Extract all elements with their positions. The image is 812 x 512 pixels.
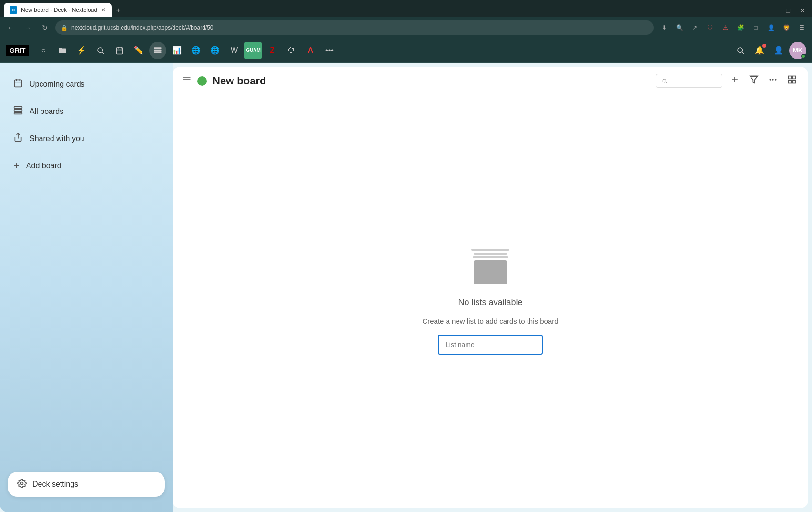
user-initials: MK bbox=[793, 47, 802, 54]
notifications-icon[interactable]: 🔔 bbox=[751, 42, 768, 59]
boards-icon bbox=[13, 105, 23, 117]
app-bar-right: 🔔 👤 MK bbox=[732, 42, 806, 59]
sidebar-icon[interactable]: □ bbox=[749, 21, 762, 34]
shared-with-you-label: Shared with you bbox=[30, 134, 84, 143]
tab-title: New board - Deck - Nextcloud bbox=[21, 7, 97, 13]
empty-state-description: Create a new list to add cards to this b… bbox=[422, 317, 558, 325]
new-tab-button[interactable]: + bbox=[112, 4, 125, 17]
more-options-button[interactable] bbox=[766, 73, 780, 89]
brave-icon[interactable]: 🦁 bbox=[780, 21, 793, 34]
list-name-input[interactable] bbox=[439, 336, 536, 353]
filter-button[interactable] bbox=[747, 73, 761, 89]
decoration-line-2 bbox=[474, 253, 507, 255]
ansible-icon[interactable]: A bbox=[302, 42, 319, 59]
active-tab[interactable]: D New board - Deck - Nextcloud ✕ bbox=[4, 3, 112, 17]
refresh-button[interactable]: ↻ bbox=[38, 21, 51, 34]
empty-board-illustration bbox=[474, 260, 507, 284]
tab-close-button[interactable]: ✕ bbox=[101, 7, 106, 13]
maximize-button[interactable]: □ bbox=[783, 6, 793, 15]
alert-icon[interactable]: ⚠ bbox=[719, 21, 732, 34]
deck-settings-button[interactable]: Deck settings bbox=[8, 472, 165, 497]
download-icon[interactable]: ⬇ bbox=[658, 21, 671, 34]
search-icon bbox=[662, 78, 668, 84]
sidebar: Upcoming cards All boards Shared with yo… bbox=[0, 63, 173, 512]
add-board-label: Add board bbox=[26, 162, 61, 170]
calendar-icon[interactable] bbox=[111, 42, 128, 59]
menu-icon[interactable]: ☰ bbox=[795, 21, 808, 34]
svg-line-24 bbox=[666, 82, 667, 83]
svg-rect-35 bbox=[789, 81, 792, 83]
maps-icon[interactable]: 🌐 bbox=[187, 42, 204, 59]
sidebar-item-shared-with-you[interactable]: Shared with you bbox=[0, 125, 173, 152]
svg-rect-15 bbox=[14, 107, 22, 109]
search-app-icon[interactable] bbox=[92, 42, 109, 59]
svg-rect-34 bbox=[793, 76, 796, 79]
decoration-line-3 bbox=[473, 256, 508, 258]
submit-list-button[interactable] bbox=[536, 336, 543, 354]
address-text: nextcloud.grit.ucsb.edu/index.php/apps/d… bbox=[71, 24, 648, 31]
svg-rect-8 bbox=[154, 51, 162, 53]
view-toggle-button[interactable] bbox=[785, 73, 799, 89]
svg-rect-2 bbox=[117, 48, 123, 54]
zoom-icon[interactable]: 🔍 bbox=[673, 21, 686, 34]
address-bar[interactable]: 🔒 nextcloud.grit.ucsb.edu/index.php/apps… bbox=[55, 20, 654, 35]
deck-settings-label: Deck settings bbox=[32, 480, 78, 489]
deck-icon[interactable] bbox=[149, 42, 166, 59]
forward-button[interactable]: → bbox=[21, 21, 34, 34]
forms-icon[interactable]: 📊 bbox=[168, 42, 185, 59]
board-status-indicator bbox=[197, 76, 207, 86]
upcoming-cards-label: Upcoming cards bbox=[30, 80, 85, 89]
tab-favicon: D bbox=[10, 6, 17, 14]
app-logo[interactable]: GRIT bbox=[6, 45, 29, 56]
browser-chrome: D New board - Deck - Nextcloud ✕ + — □ ✕… bbox=[0, 0, 812, 38]
zotero-icon[interactable]: Z bbox=[264, 42, 281, 59]
extensions-icon[interactable]: 🧩 bbox=[734, 21, 747, 34]
svg-point-0 bbox=[98, 48, 103, 53]
timer-icon[interactable]: ⏱ bbox=[283, 42, 300, 59]
sidebar-item-all-boards[interactable]: All boards bbox=[0, 98, 173, 125]
add-list-form bbox=[438, 335, 543, 355]
lock-icon: 🔒 bbox=[61, 25, 68, 31]
board-title: New board bbox=[213, 75, 266, 87]
activity-icon[interactable]: ⚡ bbox=[73, 42, 90, 59]
files-icon[interactable] bbox=[54, 42, 71, 59]
share-icon[interactable]: ↗ bbox=[688, 21, 701, 34]
empty-state-title: No lists available bbox=[458, 297, 522, 307]
sidebar-toggle-button[interactable] bbox=[182, 75, 192, 87]
add-icon: + bbox=[13, 160, 20, 172]
word-icon[interactable]: W bbox=[225, 42, 243, 59]
global-search-icon[interactable] bbox=[732, 42, 749, 59]
tab-bar: D New board - Deck - Nextcloud ✕ + — □ ✕ bbox=[0, 0, 812, 17]
close-button[interactable]: ✕ bbox=[797, 6, 808, 15]
contacts-icon[interactable]: 👤 bbox=[770, 42, 787, 59]
home-icon[interactable]: ○ bbox=[35, 42, 52, 59]
minimize-button[interactable]: — bbox=[767, 6, 780, 15]
network-icon[interactable]: 🌐 bbox=[206, 42, 223, 59]
svg-rect-17 bbox=[14, 112, 22, 114]
search-box[interactable] bbox=[656, 74, 722, 88]
svg-point-32 bbox=[775, 79, 776, 80]
user-avatar[interactable]: MK bbox=[789, 42, 806, 59]
svg-rect-16 bbox=[14, 109, 22, 111]
main-content: New board bbox=[173, 67, 808, 508]
notes-icon[interactable]: ✏️ bbox=[130, 42, 147, 59]
profile-icon[interactable]: 👤 bbox=[764, 21, 778, 34]
sidebar-item-add-board[interactable]: + Add board bbox=[0, 152, 173, 180]
back-button[interactable]: ← bbox=[4, 21, 17, 34]
sidebar-item-upcoming-cards[interactable]: Upcoming cards bbox=[0, 71, 173, 98]
svg-point-9 bbox=[738, 48, 743, 53]
board-content: No lists available Create a new list to … bbox=[173, 95, 808, 508]
shield-icon[interactable]: 🛡 bbox=[703, 21, 717, 34]
add-list-button[interactable] bbox=[728, 73, 741, 89]
guam-icon[interactable]: GUAM bbox=[244, 42, 262, 59]
nav-bar: ← → ↻ 🔒 nextcloud.grit.ucsb.edu/index.ph… bbox=[0, 17, 812, 38]
calendar-sidebar-icon bbox=[13, 78, 23, 90]
empty-state-icon bbox=[471, 249, 509, 284]
svg-point-23 bbox=[663, 79, 666, 82]
svg-line-10 bbox=[742, 52, 744, 54]
app-layout: Upcoming cards All boards Shared with yo… bbox=[0, 63, 812, 512]
search-input[interactable] bbox=[671, 77, 716, 84]
share-sidebar-icon bbox=[13, 133, 23, 144]
all-boards-label: All boards bbox=[30, 107, 63, 116]
more-apps-icon[interactable]: ••• bbox=[321, 42, 338, 59]
